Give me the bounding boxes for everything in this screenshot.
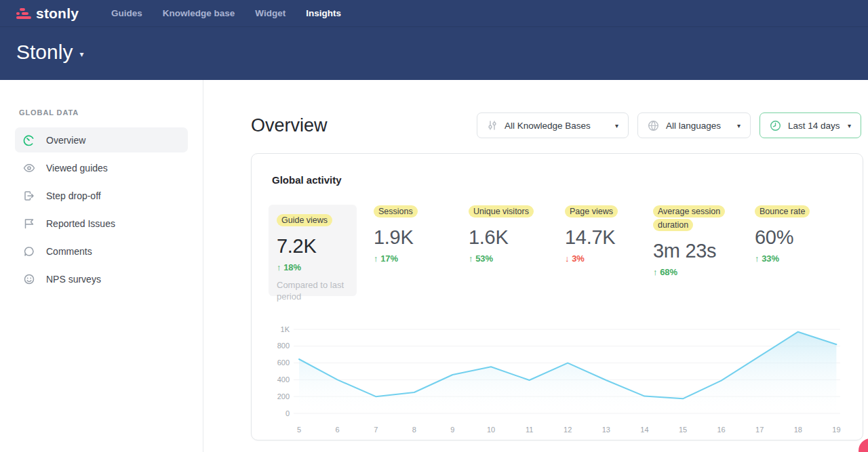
sidebar-section-label: GLOBAL DATA (19, 108, 188, 117)
trend-arrow-icon: ↑ (653, 267, 658, 277)
svg-text:800: 800 (277, 342, 290, 350)
main-content: Overview All Knowledge Bases ▾ (203, 80, 868, 452)
delta-value: 18% (283, 262, 301, 272)
metric-guide-views: Guide views 7.2K ↑ 18% Compared to last … (269, 205, 357, 296)
filter-label: All Knowledge Bases (505, 121, 591, 131)
svg-text:5: 5 (297, 426, 301, 434)
trend-arrow-icon: ↑ (755, 253, 760, 264)
top-navigation-bar: stonly Guides Knowledge base Widget Insi… (0, 0, 868, 27)
metric-page-views: Page views 14.7K ↓ 3% (565, 205, 618, 264)
metric-value: 1.6K (469, 226, 534, 249)
top-nav: Guides Knowledge base Widget Insights (111, 8, 341, 18)
app-header: stonly Guides Knowledge base Widget Insi… (0, 0, 868, 80)
delta-value: 68% (660, 267, 677, 277)
eye-icon (23, 162, 35, 174)
svg-text:400: 400 (277, 375, 290, 384)
trend-arrow-icon: ↑ (277, 262, 281, 272)
sidebar-item-label: Reported Issues (46, 218, 115, 229)
metric-value: 60% (755, 226, 810, 249)
workspace-dropdown-caret[interactable]: ▾ (79, 45, 83, 59)
stonly-logo[interactable]: stonly (16, 5, 79, 22)
workspace-title[interactable]: Stonly (16, 41, 73, 64)
delta-value: 17% (380, 253, 398, 264)
svg-text:200: 200 (277, 392, 290, 400)
date-range-dropdown[interactable]: Last 14 days ▾ (760, 112, 861, 138)
gauge-icon (23, 134, 35, 146)
stonly-logo-icon (16, 8, 31, 19)
filter-label: Last 14 days (788, 121, 840, 131)
metric-label: Sessions (374, 205, 418, 218)
metric-sessions: Sessions 1.9K ↑ 17% (374, 205, 418, 264)
sidebar-item-label: Comments (46, 246, 92, 257)
svg-text:1K: 1K (281, 325, 290, 333)
metric-delta: ↑ 18% (277, 262, 349, 272)
page-title: Overview (251, 115, 328, 136)
sidebar-item-reported-issues[interactable]: Reported Issues (15, 211, 188, 236)
comment-icon (23, 245, 35, 258)
nav-item-widget[interactable]: Widget (255, 8, 285, 18)
trend-arrow-icon: ↓ (565, 253, 570, 264)
metric-value: 1.9K (374, 226, 418, 249)
nav-item-insights[interactable]: Insights (306, 8, 341, 18)
metric-average-session-duration: Average session duration 3m 23s ↑ 68% (653, 205, 729, 277)
svg-text:7: 7 (374, 426, 378, 434)
nav-item-guides[interactable]: Guides (111, 8, 142, 18)
metric-label: Unique visitors (469, 205, 534, 218)
metric-delta: ↑ 17% (374, 253, 418, 264)
trend-arrow-icon: ↑ (469, 253, 473, 264)
sidebar-item-step-drop-off[interactable]: Step drop-off (15, 183, 188, 208)
chevron-down-icon: ▾ (615, 122, 618, 129)
sidebar-item-nps-surveys[interactable]: NPS surveys (15, 266, 188, 291)
flag-icon (23, 218, 35, 230)
workspace-row: Stonly ▾ (0, 27, 868, 64)
sidebar: GLOBAL DATA Overview Viewed guides Step … (0, 80, 203, 452)
sidebar-item-comments[interactable]: Comments (15, 239, 188, 264)
chevron-down-icon: ▾ (737, 122, 741, 129)
knowledge-bases-filter-dropdown[interactable]: All Knowledge Bases ▾ (477, 112, 629, 138)
sidebar-item-viewed-guides[interactable]: Viewed guides (15, 155, 188, 180)
activity-chart: 02004006008001K5678910111213141516171819 (272, 319, 845, 439)
stonly-logo-text: stonly (36, 5, 79, 22)
svg-text:18: 18 (794, 426, 802, 434)
sliders-icon (487, 120, 498, 131)
sidebar-item-overview[interactable]: Overview (15, 127, 188, 152)
svg-text:10: 10 (487, 426, 495, 434)
svg-text:16: 16 (717, 426, 725, 434)
svg-text:8: 8 (412, 426, 416, 434)
languages-filter-dropdown[interactable]: All languages ▾ (637, 112, 751, 138)
svg-text:9: 9 (450, 426, 454, 434)
metric-bounce-rate: Bounce rate 60% ↑ 33% (755, 205, 810, 264)
svg-text:6: 6 (336, 426, 340, 434)
metric-delta: ↓ 3% (565, 253, 618, 264)
delta-value: 33% (762, 253, 779, 264)
sidebar-item-label: Step drop-off (46, 190, 101, 201)
metrics-row: Guide views 7.2K ↑ 18% Compared to last … (252, 205, 863, 314)
metric-label: Average session duration (653, 205, 725, 231)
smiley-icon (23, 273, 35, 285)
metric-label: Bounce rate (755, 205, 810, 218)
sidebar-item-label: Viewed guides (46, 163, 108, 173)
svg-text:19: 19 (832, 426, 840, 434)
svg-text:0: 0 (285, 409, 290, 417)
metric-delta: ↑ 33% (755, 253, 810, 264)
delta-value: 53% (475, 253, 493, 264)
metric-label: Page views (565, 205, 618, 218)
metric-delta: ↑ 68% (653, 267, 729, 277)
metric-value: 14.7K (565, 226, 618, 249)
delta-value: 3% (572, 253, 585, 264)
filters-row: All Knowledge Bases ▾ All languages ▾ (477, 112, 861, 138)
sidebar-item-label: NPS surveys (46, 274, 101, 285)
chart-area: 02004006008001K5678910111213141516171819 (252, 319, 863, 442)
trend-arrow-icon: ↑ (374, 253, 378, 264)
metric-unique-visitors: Unique visitors 1.6K ↑ 53% (469, 205, 534, 264)
svg-text:17: 17 (755, 426, 764, 434)
nav-item-knowledge-base[interactable]: Knowledge base (163, 8, 235, 18)
svg-text:600: 600 (277, 358, 290, 367)
metric-label: Guide views (277, 214, 332, 226)
globe-icon (648, 120, 659, 131)
svg-text:15: 15 (679, 426, 687, 434)
svg-text:13: 13 (602, 426, 610, 434)
filter-label: All languages (666, 121, 721, 131)
chevron-down-icon: ▾ (848, 122, 851, 129)
metric-value: 7.2K (277, 235, 349, 258)
